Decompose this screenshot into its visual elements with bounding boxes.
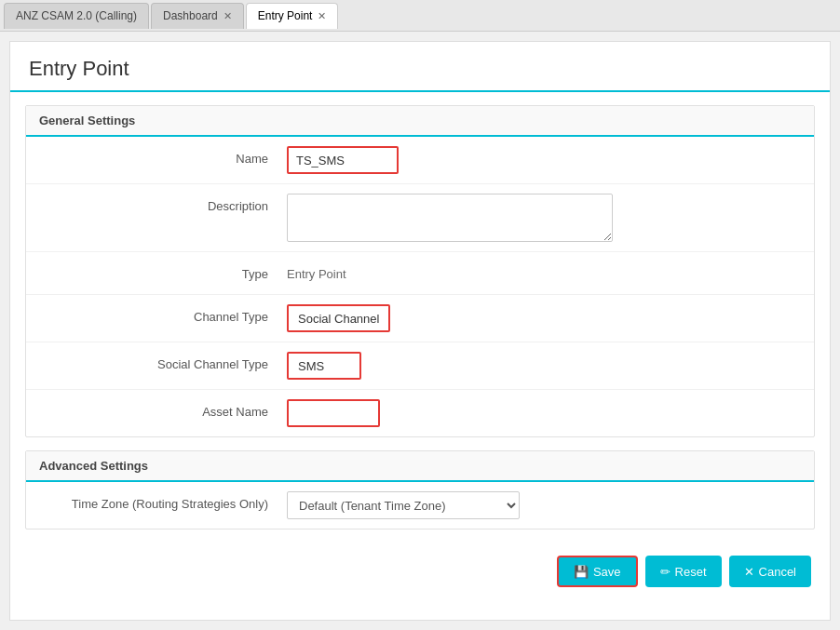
reset-icon: ✏ (660, 565, 671, 579)
general-settings-heading: General Settings (26, 106, 814, 137)
asset-name-label: Asset Name (45, 399, 287, 419)
channel-type-text: Social Channel (298, 312, 379, 326)
tab-bar: ANZ CSAM 2.0 (Calling) Dashboard ✕ Entry… (0, 0, 840, 32)
social-channel-type-label: Social Channel Type (45, 352, 287, 371)
name-label: Name (45, 146, 287, 166)
main-content: Entry Point General Settings Name Descri… (9, 41, 831, 621)
tab-dashboard-label: Dashboard (163, 9, 218, 22)
channel-type-row: Channel Type Social Channel (26, 295, 814, 342)
advanced-settings-heading: Advanced Settings (26, 451, 814, 482)
tab-anz-csam-label: ANZ CSAM 2.0 (Calling) (16, 9, 137, 22)
type-label: Type (45, 261, 287, 281)
tab-entry-point-label: Entry Point (258, 9, 313, 22)
channel-type-value-container: Social Channel (287, 304, 795, 332)
asset-name-row: Asset Name (26, 390, 814, 436)
reset-label: Reset (675, 565, 707, 579)
cancel-button[interactable]: ✕ Cancel (729, 556, 811, 587)
channel-type-label: Channel Type (45, 304, 287, 324)
cancel-icon: ✕ (744, 565, 754, 579)
description-value-container (287, 194, 795, 242)
asset-name-value-container (287, 399, 795, 427)
timezone-select[interactable]: Default (Tenant Time Zone) (287, 491, 520, 519)
tab-dashboard-close[interactable]: ✕ (224, 10, 232, 22)
page-title: Entry Point (10, 42, 830, 92)
channel-type-dropdown[interactable]: Social Channel (287, 304, 390, 332)
save-label: Save (593, 565, 621, 579)
name-input[interactable] (287, 146, 399, 174)
social-channel-type-value-container: SMS (287, 352, 795, 380)
tab-entry-point[interactable]: Entry Point ✕ (246, 3, 339, 29)
advanced-settings-section: Advanced Settings Time Zone (Routing Str… (25, 450, 815, 529)
description-input[interactable] (287, 194, 613, 242)
asset-name-input[interactable] (287, 399, 380, 427)
name-value-container (287, 146, 795, 174)
description-label: Description (45, 194, 287, 213)
general-settings-section: General Settings Name Description Type E… (25, 105, 815, 437)
timezone-value-container: Default (Tenant Time Zone) (287, 491, 795, 519)
save-icon: 💾 (574, 565, 589, 579)
name-row: Name (26, 137, 814, 184)
timezone-row: Time Zone (Routing Strategies Only) Defa… (26, 482, 814, 529)
social-channel-type-row: Social Channel Type SMS (26, 342, 814, 390)
social-channel-type-text: SMS (298, 359, 324, 373)
type-value-container: Entry Point (287, 261, 795, 281)
reset-button[interactable]: ✏ Reset (645, 556, 722, 587)
action-bar: 💾 Save ✏ Reset ✕ Cancel (10, 543, 830, 600)
tab-anz-csam[interactable]: ANZ CSAM 2.0 (Calling) (4, 3, 149, 29)
tab-entry-point-close[interactable]: ✕ (318, 10, 326, 22)
social-channel-type-dropdown[interactable]: SMS (287, 352, 361, 380)
save-button[interactable]: 💾 Save (557, 556, 638, 587)
description-row: Description (26, 184, 814, 252)
tab-dashboard[interactable]: Dashboard ✕ (151, 3, 244, 29)
type-row: Type Entry Point (26, 252, 814, 295)
timezone-label: Time Zone (Routing Strategies Only) (45, 491, 287, 511)
type-value: Entry Point (287, 261, 346, 281)
cancel-label: Cancel (759, 565, 796, 579)
